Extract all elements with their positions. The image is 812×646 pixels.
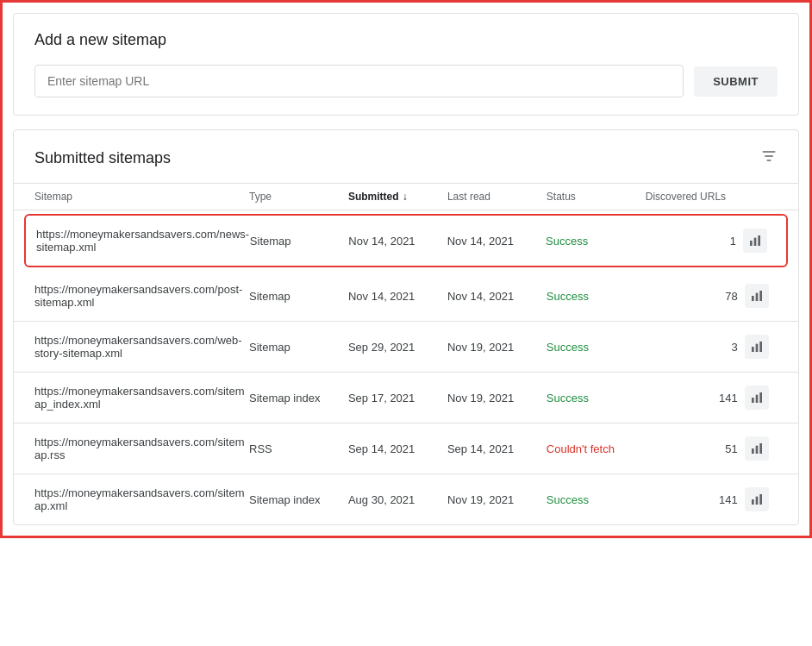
row-submitted: Sep 29, 2021	[348, 341, 447, 354]
row-type: Sitemap	[249, 341, 348, 354]
table-row[interactable]: https://moneymakersandsavers.com/sitemap…	[14, 423, 798, 474]
sitemaps-header: Submitted sitemaps	[14, 147, 798, 183]
table-row[interactable]: https://moneymakersandsavers.com/post-si…	[14, 271, 798, 322]
chart-icon-button[interactable]	[745, 487, 769, 511]
table-row[interactable]: https://moneymakersandsavers.com/sitemap…	[14, 373, 798, 423]
table-body: https://moneymakersandsavers.com/news-si…	[14, 214, 798, 524]
row-url: https://moneymakersandsavers.com/news-si…	[36, 228, 250, 254]
filter-icon[interactable]	[760, 147, 778, 169]
row-type: Sitemap	[250, 235, 348, 248]
row-type: RSS	[249, 442, 348, 455]
svg-rect-12	[752, 448, 754, 454]
table-row[interactable]: https://moneymakersandsavers.com/web-sto…	[14, 322, 798, 373]
row-status: Couldn't fetch	[547, 442, 646, 455]
col-last-read: Last read	[447, 191, 547, 203]
table-header: Sitemap Type Submitted ↓ Last read Statu…	[14, 183, 798, 210]
svg-rect-9	[752, 398, 754, 403]
row-type: Sitemap	[249, 290, 348, 303]
table-row[interactable]: https://moneymakersandsavers.com/sitemap…	[14, 474, 798, 524]
row-discovered-urls: 141	[646, 493, 745, 506]
row-last-read: Nov 19, 2021	[447, 392, 547, 405]
svg-rect-3	[752, 296, 754, 301]
svg-rect-13	[755, 446, 758, 454]
table-row[interactable]: https://moneymakersandsavers.com/news-si…	[24, 214, 788, 267]
row-url: https://moneymakersandsavers.com/sitemap…	[34, 486, 249, 512]
sitemaps-title: Submitted sitemaps	[34, 149, 171, 167]
row-url: https://moneymakersandsavers.com/post-si…	[34, 283, 249, 309]
row-submitted: Sep 14, 2021	[348, 442, 447, 455]
row-status: Success	[547, 392, 646, 405]
svg-rect-5	[759, 291, 762, 301]
chart-icon-button[interactable]	[743, 229, 767, 253]
add-sitemap-title: Add a new sitemap	[34, 31, 778, 49]
row-url: https://moneymakersandsavers.com/sitemap…	[34, 385, 249, 411]
row-status: Success	[547, 290, 646, 303]
col-type: Type	[249, 191, 348, 203]
svg-rect-4	[755, 293, 758, 301]
row-last-read: Nov 14, 2021	[447, 290, 547, 303]
row-type: Sitemap index	[249, 493, 348, 506]
submit-button[interactable]: SUBMIT	[694, 66, 778, 97]
sitemap-url-input[interactable]	[34, 65, 684, 97]
col-discovered-urls: Discovered URLs	[646, 191, 745, 203]
chart-icon-button[interactable]	[745, 386, 769, 410]
row-submitted: Sep 17, 2021	[348, 392, 447, 405]
svg-rect-17	[759, 494, 762, 505]
row-url: https://moneymakersandsavers.com/sitemap…	[34, 436, 249, 461]
svg-rect-7	[755, 344, 758, 352]
chart-icon-button[interactable]	[745, 436, 769, 461]
row-submitted: Nov 14, 2021	[348, 290, 447, 303]
svg-rect-14	[759, 443, 762, 454]
row-last-read: Nov 14, 2021	[447, 235, 546, 248]
svg-rect-8	[759, 342, 762, 352]
row-last-read: Nov 19, 2021	[447, 341, 547, 354]
row-discovered-urls: 141	[646, 392, 745, 405]
row-type: Sitemap index	[249, 392, 348, 405]
svg-rect-11	[759, 392, 762, 403]
svg-rect-0	[750, 241, 753, 246]
col-status: Status	[547, 191, 646, 203]
svg-rect-10	[755, 395, 758, 403]
row-submitted: Nov 14, 2021	[348, 235, 447, 248]
add-sitemap-row: SUBMIT	[34, 65, 778, 97]
svg-rect-6	[752, 347, 754, 352]
row-status: Success	[546, 235, 644, 248]
row-submitted: Aug 30, 2021	[348, 493, 447, 506]
row-status: Success	[547, 493, 646, 506]
row-last-read: Nov 19, 2021	[447, 493, 547, 506]
svg-rect-2	[758, 235, 760, 246]
chart-icon-button[interactable]	[745, 284, 769, 308]
svg-rect-1	[754, 238, 757, 246]
chart-icon-button[interactable]	[745, 335, 769, 359]
row-discovered-urls: 1	[644, 235, 742, 248]
col-submitted[interactable]: Submitted ↓	[348, 191, 447, 203]
row-discovered-urls: 51	[646, 442, 745, 455]
row-discovered-urls: 78	[646, 290, 745, 303]
submitted-sitemaps-card: Submitted sitemaps Sitemap Type Submitte…	[13, 129, 799, 525]
row-discovered-urls: 3	[646, 341, 745, 354]
col-sitemap: Sitemap	[34, 191, 249, 203]
sort-arrow-icon: ↓	[403, 191, 408, 203]
row-url: https://moneymakersandsavers.com/web-sto…	[34, 334, 249, 360]
svg-rect-16	[755, 497, 758, 505]
svg-rect-15	[752, 499, 754, 505]
row-status: Success	[547, 341, 646, 354]
row-last-read: Sep 14, 2021	[447, 442, 547, 455]
add-sitemap-card: Add a new sitemap SUBMIT	[13, 13, 799, 116]
col-actions	[745, 191, 778, 203]
